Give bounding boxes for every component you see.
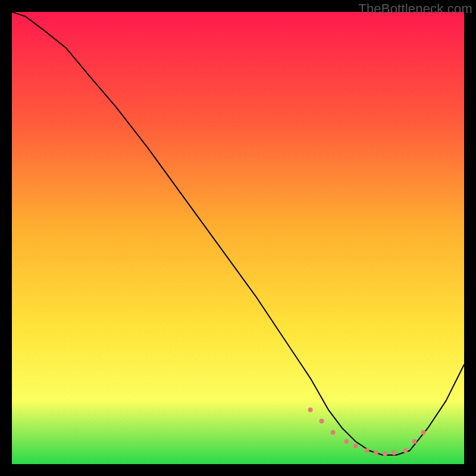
watermark-text: TheBottleneck.com (358, 1, 472, 17)
chart-dot (344, 439, 349, 444)
chart-dot (412, 439, 416, 444)
chart-dot (374, 450, 378, 455)
chart-dot (353, 444, 358, 449)
chart-dot (365, 448, 369, 453)
chart-area (12, 12, 464, 464)
chart-dot (383, 452, 387, 456)
chart-dot (308, 408, 313, 412)
chart-dot (392, 450, 396, 455)
chart-dot (320, 419, 324, 424)
chart-dot (331, 430, 336, 435)
chart-background (12, 12, 464, 464)
chart-svg (12, 12, 464, 464)
chart-dot (421, 430, 426, 435)
chart-dot (403, 448, 408, 453)
